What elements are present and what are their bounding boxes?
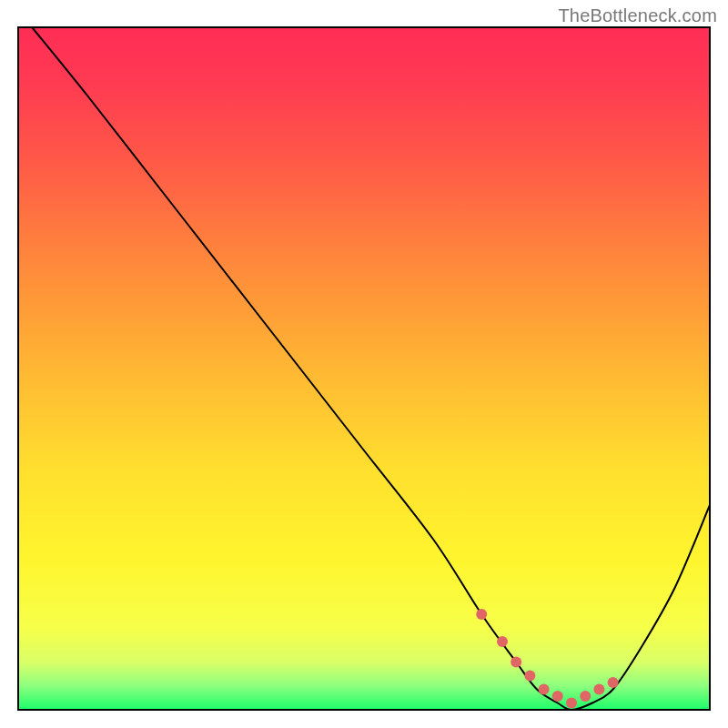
highlight-dot bbox=[608, 677, 619, 688]
highlight-dot bbox=[476, 609, 487, 620]
chart-container: TheBottleneck.com bbox=[0, 0, 728, 728]
highlight-dot bbox=[539, 684, 550, 695]
bottleneck-chart bbox=[0, 0, 728, 728]
highlight-dot bbox=[580, 691, 591, 702]
highlight-dot bbox=[511, 657, 521, 668]
watermark-text: TheBottleneck.com bbox=[558, 5, 717, 26]
highlight-dot bbox=[566, 698, 577, 709]
highlight-dot bbox=[593, 684, 604, 695]
highlight-dot bbox=[552, 691, 563, 702]
highlight-dot bbox=[524, 671, 535, 682]
gradient-background bbox=[18, 27, 710, 710]
highlight-dot bbox=[497, 636, 508, 647]
